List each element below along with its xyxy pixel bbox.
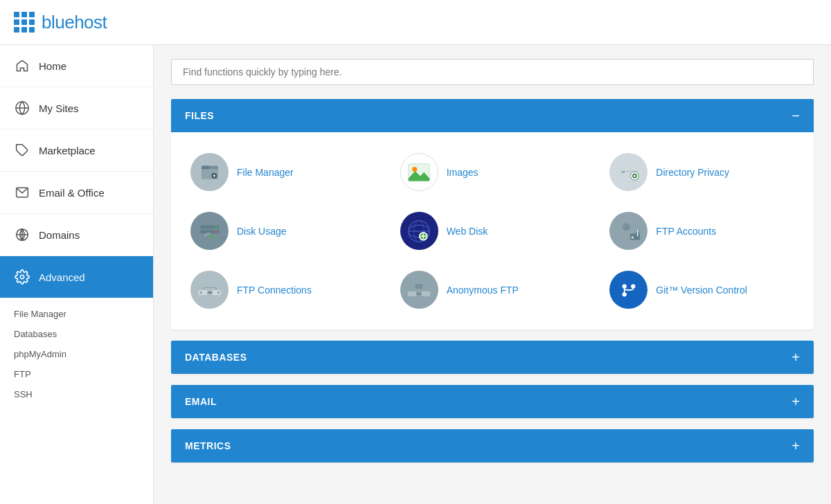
- ftp-accounts-icon: [609, 212, 647, 250]
- email-section-toggle: +: [792, 395, 800, 408]
- sidebar-sub-databases[interactable]: Databases: [0, 324, 153, 344]
- header: bluehost: [0, 0, 831, 45]
- web-disk-label: Web Disk: [447, 226, 488, 237]
- email-section-header[interactable]: EMAIL +: [171, 385, 814, 418]
- svg-rect-45: [408, 291, 417, 296]
- directory-privacy-label: Directory Privacy: [656, 167, 729, 178]
- files-section-toggle: −: [792, 109, 800, 123]
- svg-point-5: [20, 275, 24, 279]
- sidebar-item-advanced[interactable]: Advanced: [0, 256, 153, 298]
- files-section-title: FILES: [185, 110, 214, 121]
- main-content: FILES −: [154, 45, 831, 504]
- sidebar: Home My Sites Marketplace: [0, 45, 154, 504]
- logo-text: bluehost: [42, 12, 107, 33]
- sidebar-sub-file-manager[interactable]: File Manager: [0, 304, 153, 324]
- sidebar-sub-menu: File Manager Databases phpMyAdmin FTP SS…: [0, 298, 153, 410]
- svg-point-44: [208, 291, 211, 294]
- git-icon: [609, 271, 647, 309]
- files-section: FILES −: [171, 99, 814, 330]
- svg-point-20: [634, 174, 636, 177]
- anonymous-ftp-label: Anonymous FTP: [447, 285, 519, 296]
- sidebar-sub-ssh[interactable]: SSH: [0, 384, 153, 404]
- svg-rect-46: [422, 291, 431, 296]
- item-web-disk[interactable]: Web Disk: [395, 205, 591, 257]
- svg-rect-21: [622, 171, 625, 173]
- files-section-header[interactable]: FILES −: [171, 99, 814, 132]
- sidebar-item-advanced-label: Advanced: [39, 271, 85, 283]
- svg-rect-8: [202, 165, 209, 169]
- directory-privacy-icon: [609, 153, 647, 191]
- advanced-icon: [14, 269, 30, 285]
- item-disk-usage[interactable]: Disk Usage: [185, 205, 381, 257]
- disk-usage-label: Disk Usage: [237, 226, 287, 237]
- item-git-version-control[interactable]: Git™ Version Control: [604, 264, 800, 316]
- metrics-section-toggle: +: [792, 439, 800, 453]
- domains-icon: [14, 226, 30, 243]
- home-icon: [14, 57, 30, 74]
- item-directory-privacy[interactable]: Directory Privacy: [604, 146, 800, 198]
- sidebar-item-domains[interactable]: Domains: [0, 214, 153, 256]
- ftp-accounts-label: FTP Accounts: [656, 226, 716, 237]
- svg-point-37: [631, 236, 634, 239]
- email-section: EMAIL +: [171, 385, 814, 418]
- databases-section-toggle: +: [792, 350, 800, 364]
- databases-section: DATABASES +: [171, 341, 814, 374]
- item-images[interactable]: Images: [395, 146, 591, 198]
- mail-icon: [14, 184, 30, 201]
- databases-section-title: DATABASES: [185, 352, 247, 363]
- sidebar-sub-ftp[interactable]: FTP: [0, 364, 153, 384]
- item-anonymous-ftp[interactable]: Anonymous FTP: [395, 264, 591, 316]
- sidebar-item-email-office-label: Email & Office: [39, 187, 105, 199]
- wordpress-icon: [14, 100, 30, 116]
- sidebar-item-home-label: Home: [39, 60, 66, 72]
- file-manager-icon: [190, 153, 229, 191]
- sidebar-sub-phpmyadmin[interactable]: phpMyAdmin: [0, 344, 153, 364]
- logo-grid-icon: [14, 12, 35, 33]
- disk-usage-icon: [190, 212, 229, 250]
- ftp-connections-icon: [190, 271, 229, 309]
- item-file-manager[interactable]: File Manager: [185, 146, 381, 198]
- sidebar-item-marketplace[interactable]: Marketplace: [0, 129, 153, 172]
- sidebar-item-domains-label: Domains: [39, 229, 80, 241]
- metrics-section-header[interactable]: METRICS +: [171, 429, 814, 462]
- email-section-title: EMAIL: [185, 396, 217, 407]
- web-disk-icon: [400, 212, 438, 250]
- files-items-grid: File Manager: [185, 146, 800, 316]
- sidebar-item-my-sites-label: My Sites: [39, 102, 79, 114]
- sidebar-item-marketplace-label: Marketplace: [39, 145, 96, 156]
- images-icon: [400, 153, 438, 191]
- svg-point-42: [217, 291, 220, 294]
- databases-section-header[interactable]: DATABASES +: [171, 341, 814, 374]
- anonymous-ftp-icon: [400, 271, 438, 309]
- sidebar-item-home[interactable]: Home: [0, 45, 153, 87]
- file-manager-label: File Manager: [237, 167, 294, 178]
- svg-rect-48: [416, 284, 423, 289]
- tag-icon: [14, 142, 30, 159]
- sidebar-item-email-office[interactable]: Email & Office: [0, 172, 153, 214]
- images-label: Images: [447, 167, 479, 178]
- svg-point-41: [199, 291, 202, 294]
- item-ftp-connections[interactable]: FTP Connections: [185, 264, 381, 316]
- svg-point-24: [215, 226, 217, 228]
- ftp-connections-label: FTP Connections: [237, 285, 312, 296]
- metrics-section: METRICS +: [171, 429, 814, 462]
- layout: Home My Sites Marketplace: [0, 45, 831, 504]
- svg-point-25: [215, 231, 217, 233]
- svg-point-35: [623, 223, 630, 231]
- metrics-section-title: METRICS: [185, 440, 231, 451]
- files-section-body: File Manager: [171, 132, 814, 330]
- svg-point-53: [622, 292, 626, 296]
- svg-point-14: [412, 166, 417, 171]
- svg-point-52: [631, 284, 635, 288]
- git-version-control-label: Git™ Version Control: [656, 285, 747, 296]
- search-input[interactable]: [171, 59, 814, 85]
- item-ftp-accounts[interactable]: FTP Accounts: [604, 205, 800, 257]
- svg-point-51: [622, 284, 626, 288]
- sidebar-item-my-sites[interactable]: My Sites: [0, 87, 153, 129]
